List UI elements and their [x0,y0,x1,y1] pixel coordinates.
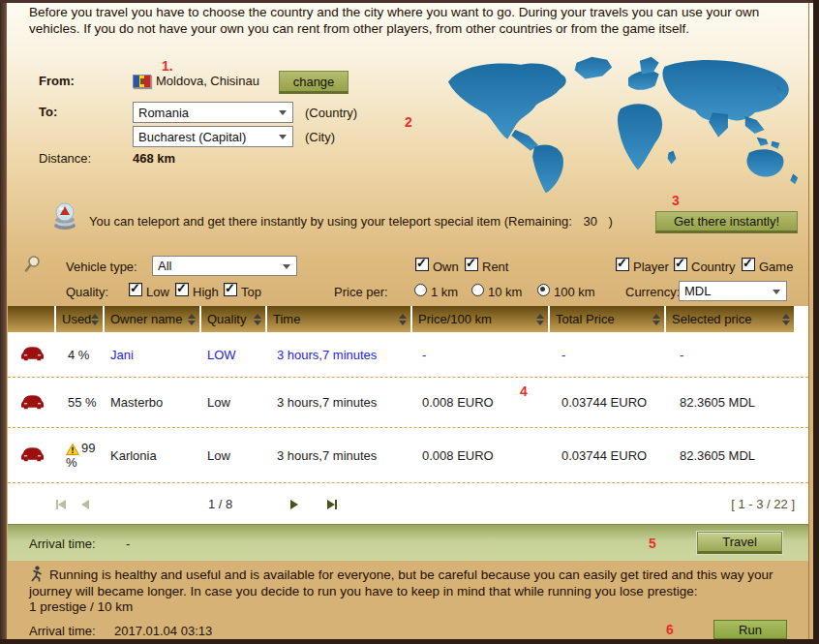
run-info-text: Running is healthy and useful and is ava… [29,566,792,599]
quality-cell: Low [201,448,265,463]
table-header-row: Used Owner name Quality Time Price/100 k… [8,306,808,332]
price-per-100km-radio[interactable] [537,284,550,296]
car-icon [8,345,54,364]
next-page-icon[interactable] [290,500,298,509]
price-per-100km-label: 100 km [554,285,595,299]
used-cell: 4 % [56,348,103,362]
country-hint: (Country) [305,106,357,120]
quality-top-checkbox[interactable] [224,283,237,296]
country-checkbox[interactable] [674,258,687,271]
distance-value: 468 km [133,151,175,166]
intro-text: Before you travel you have to choose the… [29,4,792,37]
vehicle-type-select[interactable]: All [152,256,297,276]
country-label: Country [691,260,736,274]
pagination: 1 / 8 [ 1 - 3 / 22 ] [8,483,808,526]
selected-cell: 82.3605 MDL [666,448,794,463]
used-cell: 55 % [56,395,103,410]
first-page-icon[interactable] [56,500,66,509]
owner-cell[interactable]: Masterbo [105,395,199,410]
price-per-10km-label: 10 km [488,285,522,299]
player-label: Player [633,260,669,274]
header-used[interactable]: Used [56,306,103,332]
teleport-button[interactable]: Get there instantly! [655,211,798,233]
prev-page-icon[interactable] [81,500,89,509]
arrival-time-label: Arrival time: [29,537,96,551]
annotation-3: 3 [672,193,680,208]
distance-label: Distance: [39,151,91,166]
sort-icon[interactable] [91,314,99,325]
sort-icon[interactable] [652,314,660,325]
header-price-100km[interactable]: Price/100 km [412,306,548,332]
table-row[interactable]: 99 % Karlonia Low 3 hours,7 minutes 0.00… [8,428,808,483]
table-row[interactable]: 55 % Masterbo Low 3 hours,7 minutes 0.00… [8,378,808,428]
bottom-border [0,639,819,644]
price-cell: 0.008 EURO [412,395,548,410]
right-border [813,0,819,644]
annotation-4: 4 [520,383,528,399]
run-arrival-label: Arrival time: [29,624,96,638]
sort-icon[interactable] [536,314,544,325]
table-row[interactable]: 4 % Jani LOW 3 hours,7 minutes - - - [8,332,808,378]
travel-button[interactable]: Travel [697,532,782,554]
player-checkbox[interactable] [616,258,629,271]
quality-label: Quality: [66,285,108,299]
running-man-icon [29,566,43,582]
left-border [0,0,7,644]
prestige-line: 1 prestige / 10 km [29,599,133,614]
annotation-6: 6 [666,622,674,637]
vehicles-table: Used Owner name Quality Time Price/100 k… [8,306,808,524]
car-icon [8,445,54,465]
price-per-1km-radio[interactable] [414,284,427,296]
own-label: Own [433,260,459,274]
game-label: Game [759,260,793,274]
run-button[interactable]: Run [713,620,787,641]
sort-icon[interactable] [399,314,407,325]
travel-bar: Arrival time: - Travel [8,524,808,561]
search-icon [23,255,42,273]
quality-cell: LOW [201,348,265,362]
used-cell: 99 % [56,441,103,470]
header-total-price[interactable]: Total Price [550,306,664,332]
warning-icon [66,444,79,455]
sort-icon[interactable] [254,314,261,325]
header-time[interactable]: Time [267,306,410,332]
last-page-icon[interactable] [327,500,337,509]
game-checkbox[interactable] [742,258,755,271]
teleport-item-icon [50,199,79,230]
owner-cell[interactable]: Karlonia [105,448,199,463]
annotation-1: 1. [162,58,173,74]
own-checkbox[interactable] [415,258,429,271]
quality-low-checkbox[interactable] [129,283,142,296]
header-selected-price[interactable]: Selected price [666,306,794,332]
currency-select[interactable]: MDL [679,281,787,301]
rent-label: Rent [482,260,508,274]
change-button[interactable]: change [279,71,349,94]
time-cell: 3 hours,7 minutes [267,395,410,410]
run-arrival-value: 2017.01.04 03:13 [114,624,212,638]
quality-high-checkbox[interactable] [175,283,189,296]
quality-top-label: Top [241,285,261,299]
total-cell: - [550,348,664,362]
price-per-10km-radio[interactable] [471,284,484,296]
price-per-1km-label: 1 km [431,285,458,299]
sort-icon[interactable] [782,314,790,325]
owner-cell[interactable]: Jani [105,348,199,362]
from-value: Moldova, Chisinau [156,74,259,88]
header-quality[interactable]: Quality [201,306,265,332]
city-select[interactable]: Bucharest (Capital) [133,126,293,147]
to-label: To: [39,105,57,119]
country-select[interactable]: Romania [133,102,293,123]
sort-icon[interactable] [188,314,196,325]
travel-page: Before you travel you have to choose the… [0,0,819,644]
rent-checkbox[interactable] [465,258,478,271]
top-border [0,0,819,3]
header-owner-name[interactable]: Owner name [105,306,199,332]
price-per-label: Price per: [334,285,388,299]
annotation-5: 5 [649,536,656,551]
car-icon [8,393,54,413]
right-inner-line [808,0,809,644]
time-cell: 3 hours,7 minutes [267,448,410,463]
total-cell: 0.03744 EURO [550,395,664,410]
city-hint: (City) [305,130,335,144]
price-cell: - [412,348,548,362]
